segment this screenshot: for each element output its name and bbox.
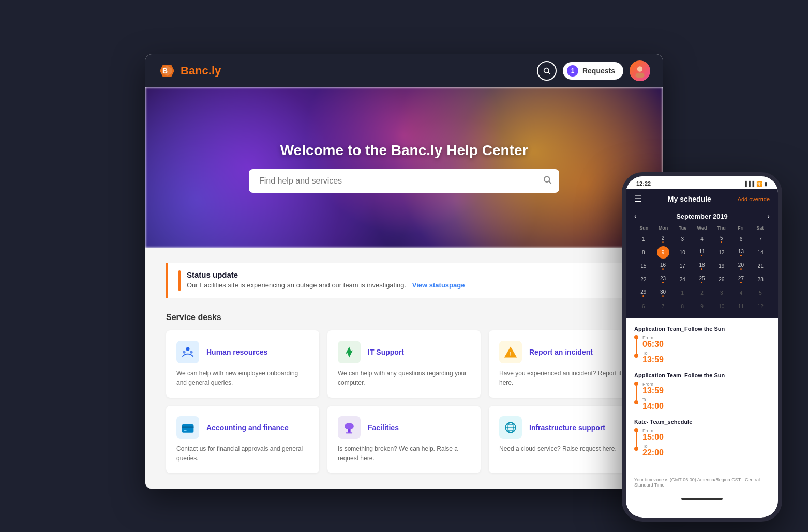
hamburger-menu-icon[interactable]: ☰ [634, 194, 641, 204]
cal-day-28[interactable]: 28 [754, 273, 767, 285]
cal-day-oct-4[interactable]: 4 [735, 286, 747, 299]
calendar-next-button[interactable]: › [767, 212, 770, 220]
cal-day-16[interactable]: 16 [657, 260, 669, 272]
user-avatar[interactable] [630, 60, 650, 81]
svg-point-3 [544, 68, 549, 72]
service-grid: Human resources We can help with new emp… [166, 330, 642, 473]
cal-day-20[interactable]: 20 [735, 260, 747, 272]
cal-day-oct-8[interactable]: 8 [676, 300, 689, 312]
service-card-it[interactable]: IT Support We can help with any question… [327, 330, 481, 398]
cal-day-10[interactable]: 10 [676, 246, 689, 259]
schedule-item-3: Kate- Team_schedule From 15:00 To [634, 419, 770, 457]
cal-day-oct-3[interactable]: 3 [715, 286, 728, 299]
phone-header: ☰ My schedule Add override [626, 189, 778, 209]
to-label-1: To 13:59 [642, 351, 664, 364]
nav-search-button[interactable] [537, 61, 557, 81]
cal-day-oct-10[interactable]: 10 [715, 300, 728, 312]
requests-button[interactable]: 1 Requests [563, 62, 623, 80]
card-header-facilities: Facilities [338, 416, 470, 439]
cal-day-oct-12[interactable]: 12 [754, 300, 767, 312]
day-sun: Sun [634, 225, 653, 231]
card-title-finance: Accounting and finance [206, 423, 289, 432]
day-wed: Wed [692, 225, 711, 231]
service-card-finance[interactable]: Accounting and finance Contact us for fi… [166, 406, 319, 473]
time-dot-top-2 [634, 382, 638, 386]
schedule-team-3: Kate- Team_schedule [634, 419, 770, 425]
cal-day-7[interactable]: 7 [754, 233, 767, 245]
time-dot-bottom-2 [634, 400, 638, 404]
cal-day-18[interactable]: 18 [696, 260, 708, 272]
cal-day-24[interactable]: 24 [676, 273, 689, 285]
cal-day-9[interactable]: 9 [657, 246, 669, 259]
service-card-hr[interactable]: Human resources We can help with new emp… [166, 330, 319, 398]
cal-day-13[interactable]: 13 [735, 246, 747, 259]
from-label-2: From 13:59 [642, 382, 664, 395]
card-header-hr: Human resources [176, 341, 309, 363]
cal-day-4[interactable]: 4 [696, 233, 708, 245]
phone-schedule-list: Application Team_Follow the Sun From 06:… [626, 318, 778, 473]
cal-day-25[interactable]: 25 [696, 273, 708, 285]
cal-day-oct-2[interactable]: 2 [696, 286, 708, 299]
hero-background [145, 87, 663, 248]
cal-day-8[interactable]: 8 [637, 246, 650, 259]
svg-point-6 [635, 72, 645, 78]
hero-search-container [249, 169, 559, 193]
cal-day-26[interactable]: 26 [715, 273, 728, 285]
from-label-3: From 15:00 [642, 428, 664, 442]
phone-calendar: ‹ September 2019 › Sun Mon Tue Wed Thu F… [626, 209, 778, 318]
svg-point-17 [345, 423, 354, 429]
cal-day-23[interactable]: 23 [657, 273, 669, 285]
svg-text:B: B [162, 67, 168, 75]
phone-home-indicator [626, 494, 778, 504]
home-bar[interactable] [681, 498, 723, 500]
cal-day-17[interactable]: 17 [676, 260, 689, 272]
card-header-finance: Accounting and finance [176, 416, 309, 439]
cal-day-oct-5[interactable]: 5 [754, 286, 767, 299]
card-desc-facilities: Is something broken? We can help. Raise … [338, 444, 470, 463]
schedule-time-block-3: From 15:00 To 22:00 [634, 428, 770, 457]
cal-day-1[interactable]: 1 [637, 233, 650, 245]
service-card-infra[interactable]: Infrastructure support Need a cloud serv… [489, 406, 642, 473]
cal-day-21[interactable]: 21 [754, 260, 767, 272]
cal-day-2[interactable]: 2 [657, 233, 669, 245]
calendar-prev-button[interactable]: ‹ [634, 212, 637, 220]
schedule-times-3: From 15:00 To 22:00 [642, 428, 664, 457]
cal-day-27[interactable]: 27 [735, 273, 747, 285]
cal-day-oct-6[interactable]: 6 [637, 300, 650, 312]
time-dot-bottom-1 [634, 354, 638, 358]
cal-day-12[interactable]: 12 [715, 246, 728, 259]
time-dot-top-1 [634, 335, 638, 339]
cal-day-31[interactable]: 1 [676, 286, 689, 299]
cal-day-oct-7[interactable]: 7 [657, 300, 669, 312]
signal-icon: ▐▐▐ [743, 181, 754, 187]
time-line-2 [636, 386, 637, 400]
schedule-timeline-2 [634, 382, 638, 404]
cal-day-oct-9[interactable]: 9 [696, 300, 708, 312]
svg-rect-14 [182, 424, 194, 432]
cal-day-15[interactable]: 15 [637, 260, 650, 272]
service-card-incident[interactable]: ! Report an incident Have you experience… [489, 330, 642, 398]
cal-day-29[interactable]: 29 [637, 286, 650, 299]
svg-point-10 [183, 351, 185, 353]
cal-day-6[interactable]: 6 [735, 233, 747, 245]
time-line-1 [636, 339, 637, 354]
card-desc-it: We can help with any questions regarding… [338, 369, 470, 387]
status-link[interactable]: View statuspage [412, 281, 465, 289]
cal-day-30[interactable]: 30 [657, 286, 669, 299]
cal-day-11[interactable]: 11 [696, 246, 708, 259]
schedule-times-2: From 13:59 To 14:00 [642, 382, 664, 411]
status-description: Our Facilities site is experiencing an o… [187, 281, 465, 289]
cal-day-oct-11[interactable]: 11 [735, 300, 747, 312]
schedule-item-1: Application Team_Follow the Sun From 06:… [634, 326, 770, 364]
service-card-facilities[interactable]: Facilities Is something broken? We can h… [327, 406, 481, 473]
cal-day-14[interactable]: 14 [754, 246, 767, 259]
hero-search-input[interactable] [249, 169, 559, 193]
cal-day-19[interactable]: 19 [715, 260, 728, 272]
calendar-month: September 2019 [676, 212, 728, 220]
card-title-it: IT Support [368, 348, 404, 356]
cal-day-3[interactable]: 3 [676, 233, 689, 245]
cal-day-5[interactable]: 5 [715, 233, 728, 245]
cal-day-22[interactable]: 22 [637, 273, 650, 285]
add-override-button[interactable]: Add override [738, 196, 770, 202]
hero-search-submit[interactable] [543, 175, 552, 187]
